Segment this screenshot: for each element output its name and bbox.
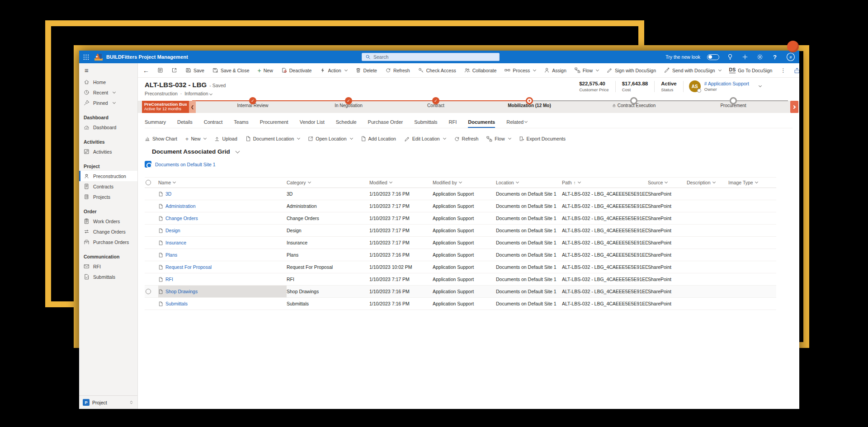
table-row-request-for-proposal[interactable]: Request For ProposalRequest For Proposal… xyxy=(145,261,776,273)
cmd-flow-button[interactable]: Flow xyxy=(571,63,603,77)
cmd-process-button[interactable]: Process xyxy=(500,63,540,77)
select-all-cell[interactable] xyxy=(145,178,158,188)
sidebar-item-change-orders[interactable]: Change Orders xyxy=(79,226,137,237)
table-row-rfi[interactable]: RFIRFI1/10/2023 7:17 PMApplication Suppo… xyxy=(145,273,776,286)
table-row-administration[interactable]: AdministrationAdministration1/10/2023 7:… xyxy=(145,200,776,212)
grid-view-selector-icon[interactable] xyxy=(235,149,240,153)
document-link[interactable]: Administration xyxy=(165,203,196,209)
cmd-form-icon[interactable] xyxy=(153,63,167,77)
owner-field[interactable]: AS# Application SupportOwner xyxy=(684,80,761,92)
document-link[interactable]: Submittals xyxy=(165,301,188,306)
tab-summary[interactable]: Summary xyxy=(145,116,166,128)
row-select-cell[interactable] xyxy=(145,273,158,285)
cmd-new-button[interactable]: +New xyxy=(254,63,277,77)
tab-related[interactable]: Related xyxy=(506,116,527,128)
header-expand-icon[interactable] xyxy=(759,84,762,87)
table-row-3d[interactable]: 3D3D1/10/2023 7:16 PMApplication Support… xyxy=(145,188,776,200)
grid-cmd-show-chart-button[interactable]: Show Chart xyxy=(141,133,181,144)
grid-cmd-upload-button[interactable]: Upload xyxy=(210,133,241,144)
cmd-ellipsis-icon[interactable]: ⋮ xyxy=(776,63,790,77)
row-select-cell[interactable] xyxy=(145,225,158,236)
tab-purchase-order[interactable]: Purchase Order xyxy=(368,116,403,128)
sidebar-item-work-orders[interactable]: Work Orders xyxy=(79,216,137,226)
sidebar-item-preconstruction[interactable]: Preconstruction xyxy=(79,171,137,181)
cmd-save-button[interactable]: Save xyxy=(181,63,208,77)
tab-teams[interactable]: Teams xyxy=(234,116,248,128)
grid-cmd-add-location-button[interactable]: Add Location xyxy=(357,133,400,144)
col-header-image-type[interactable]: Image Type xyxy=(728,178,776,188)
tab-submittals[interactable]: Submittals xyxy=(414,116,437,128)
sidebar-item-submittals[interactable]: Submittals xyxy=(79,272,137,282)
document-link[interactable]: 3D xyxy=(165,191,171,197)
table-row-design[interactable]: DesignDesign1/10/2023 7:17 PMApplication… xyxy=(145,225,776,237)
col-header-location[interactable]: Location xyxy=(496,178,562,188)
row-select-cell[interactable] xyxy=(145,237,158,249)
row-select-cell[interactable] xyxy=(145,261,158,273)
bpf-stage-circle[interactable] xyxy=(526,97,533,104)
sidebar-item-rfi[interactable]: RFI xyxy=(79,261,137,272)
waffle-icon[interactable] xyxy=(79,51,93,63)
cmd-check-access-button[interactable]: Check Access xyxy=(414,63,460,77)
document-link[interactable]: Design xyxy=(165,228,180,233)
cmd-back-icon[interactable]: ← xyxy=(139,63,153,77)
table-row-shop-drawings[interactable]: Shop DrawingsShop Drawings1/10/2023 7:16… xyxy=(145,286,776,298)
document-link[interactable]: Request For Proposal xyxy=(165,264,212,270)
sidebar-item-activities[interactable]: Activities xyxy=(79,146,137,157)
lightbulb-icon[interactable] xyxy=(726,53,734,61)
grid-cmd-new-button[interactable]: +New xyxy=(181,133,211,144)
bpf-stage-box[interactable]: PreConstruction Busines... Active for 12… xyxy=(142,101,189,113)
grid-cmd-flow-button[interactable]: Flow xyxy=(482,133,514,144)
bpf-stage-circle[interactable] xyxy=(630,97,637,104)
new-look-toggle[interactable] xyxy=(707,54,719,60)
cmd-popout-icon[interactable] xyxy=(167,63,181,77)
bpf-stage-circle[interactable]: ✓ xyxy=(345,97,352,104)
row-select-cell[interactable] xyxy=(145,298,158,310)
tab-contract[interactable]: Contract xyxy=(204,116,223,128)
owner-name[interactable]: # Application Support xyxy=(704,81,749,86)
account-avatar[interactable]: # xyxy=(786,52,796,62)
col-header-path[interactable]: Path↑ xyxy=(562,178,648,188)
document-link[interactable]: Shop Drawings xyxy=(165,289,198,294)
cmd-send-with-docusign-button[interactable]: Send with DocuSign xyxy=(660,63,725,77)
help-icon[interactable]: ? xyxy=(771,53,779,61)
bpf-next-stage-button[interactable] xyxy=(790,101,798,113)
record-subtitle[interactable]: Preconstruction · Information xyxy=(145,91,212,96)
sidebar-item-pinned[interactable]: Pinned xyxy=(79,98,137,108)
cmd-deactivate-button[interactable]: Deactivate xyxy=(277,63,316,77)
cmd-delete-button[interactable]: Delete xyxy=(351,63,381,77)
bpf-stage-circle[interactable] xyxy=(730,97,737,104)
grid-cmd-refresh-button[interactable]: Refresh xyxy=(450,133,483,144)
bpf-stage-circle[interactable]: ✓ xyxy=(249,97,256,104)
cmd-assign-button[interactable]: Assign xyxy=(540,63,571,77)
bpf-collapse-button[interactable]: ❮ xyxy=(189,101,196,113)
col-header-name[interactable]: Name xyxy=(158,178,287,188)
cmd-sign-with-docusign-button[interactable]: Sign with DocuSign xyxy=(603,63,660,77)
col-header-source[interactable]: Source xyxy=(648,178,687,188)
col-header-category[interactable]: Category xyxy=(287,178,369,188)
sidebar-item-projects[interactable]: Projects xyxy=(79,192,137,202)
tab-procurement[interactable]: Procurement xyxy=(260,116,288,128)
select-all-radio[interactable] xyxy=(146,180,151,185)
cmd-collaborate-button[interactable]: Collaborate xyxy=(460,63,501,77)
area-switcher[interactable]: P Project xyxy=(79,395,137,409)
tab-rfi[interactable]: RFI xyxy=(449,116,457,128)
tab-documents[interactable]: Documents xyxy=(468,116,495,128)
row-select-cell[interactable] xyxy=(145,212,158,224)
table-row-insurance[interactable]: InsuranceInsurance1/10/2023 7:17 PMAppli… xyxy=(145,237,776,249)
document-link[interactable]: Plans xyxy=(165,252,177,258)
row-select-cell[interactable] xyxy=(145,249,158,261)
sidebar-item-purchase-orders[interactable]: Purchase Orders xyxy=(79,237,137,247)
row-radio[interactable] xyxy=(146,289,151,294)
row-select-cell[interactable] xyxy=(145,286,158,297)
tab-schedule[interactable]: Schedule xyxy=(336,116,357,128)
tab-details[interactable]: Details xyxy=(177,116,193,128)
sidebar-item-contracts[interactable]: Contracts xyxy=(79,181,137,192)
cmd-share-button[interactable]: Share xyxy=(790,67,799,74)
search-input[interactable]: Search xyxy=(362,53,500,61)
document-link[interactable]: Insurance xyxy=(165,240,186,245)
cmd-save-close-button[interactable]: Save & Close xyxy=(208,63,254,77)
cmd-refresh-button[interactable]: Refresh xyxy=(381,63,414,77)
table-row-change-orders[interactable]: Change OrdersChange Orders1/10/2023 7:17… xyxy=(145,212,776,225)
row-select-cell[interactable] xyxy=(145,188,158,200)
sitemap-collapse-icon[interactable]: ≡ xyxy=(79,63,137,77)
